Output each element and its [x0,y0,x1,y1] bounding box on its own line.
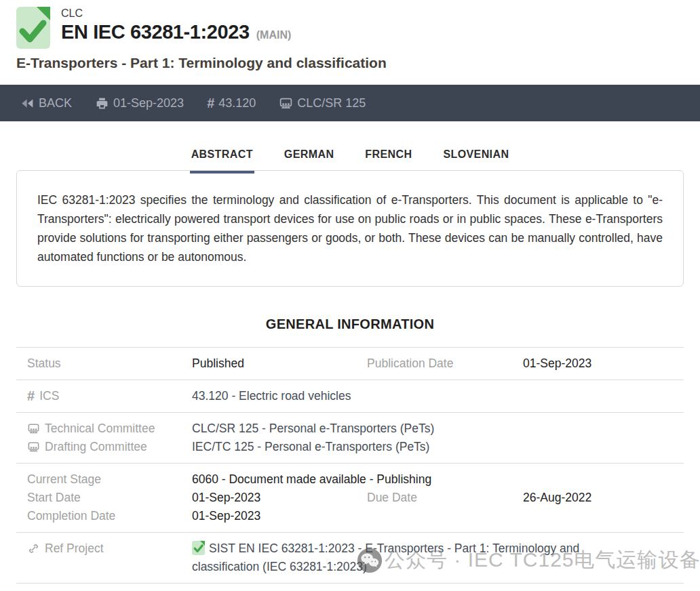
standard-variant-badge: (MAIN) [256,29,292,41]
ics-label: # ICS [16,387,192,405]
tab-abstract[interactable]: ABSTRACT [190,139,254,174]
drafting-committee-value-link[interactable]: IEC/TC 125 - Personal e-Transporters (Pe… [192,438,684,456]
hash-icon: # [207,96,214,111]
current-stage-label: Current Stage [16,470,192,489]
technical-committee-value-link[interactable]: CLC/SR 125 - Personal e-Transporters (Pe… [192,420,684,438]
start-date-label: Start Date [16,489,192,507]
toolbar-committee[interactable]: CLC/SR 125 [279,96,366,110]
current-stage-value: 6060 - Document made available - Publish… [192,470,684,489]
language-tabs: ABSTRACT GERMAN FRENCH SLOVENIAN [0,139,700,174]
tab-slovenian[interactable]: SLOVENIAN [442,139,510,174]
organization-label: CLC [61,7,291,20]
document-approved-icon [192,541,205,555]
back-button[interactable]: BACK [20,96,72,110]
toolbar-committee-label: CLC/SR 125 [297,96,366,110]
start-date-value: 01-Sep-2023 [192,489,356,507]
toolbar-ics-label: 43.120 [218,96,256,110]
completion-date-value: 01-Sep-2023 [192,507,356,525]
status-value: Published [192,354,356,373]
printer-icon [95,96,109,110]
page-header: CLC EN IEC 63281-1:2023 (MAIN) E-Transpo… [0,0,700,71]
committee-people-icon [27,441,40,453]
publication-date-label: Publication Date [356,354,523,373]
hash-icon: # [27,387,35,405]
table-row-ics: # ICS 43.120 - Electric road vehicles [16,380,684,412]
back-label: BACK [39,96,72,110]
drafting-committee-label: Drafting Committee [16,438,192,456]
completion-date-label: Completion Date [16,507,192,525]
toolbar-ics[interactable]: # 43.120 [207,96,256,111]
link-icon [27,542,40,555]
table-row-status: Status Published Publication Date 01-Sep… [16,347,684,380]
ref-project-label: Ref Project [16,539,192,558]
publication-date-value: 01-Sep-2023 [523,354,684,373]
status-label: Status [16,354,192,373]
ref-project-value-link[interactable]: SIST EN IEC 63281-1:2023 - E-Transporter… [192,539,616,576]
due-date-value: 26-Aug-2022 [523,489,684,507]
table-row-committees: Technical Committee CLC/SR 125 - Persona… [16,412,684,463]
table-row-ref-project: Ref Project SIST EN IEC 63281-1:2023 - E… [16,532,684,583]
toolbar: BACK 01-Sep-2023 # 43.120 CLC/SR 125 [0,85,700,121]
due-date-label: Due Date [356,489,523,507]
standard-title: E-Transporters - Part 1: Terminology and… [16,55,684,71]
abstract-text: IEC 63281-1:2023 specifies the terminolo… [37,190,663,266]
rewind-icon [20,96,35,110]
toolbar-publication-date[interactable]: 01-Sep-2023 [95,96,184,110]
tab-french[interactable]: FRENCH [364,139,413,174]
ics-value-link[interactable]: 43.120 - Electric road vehicles [192,387,684,405]
toolbar-date-label: 01-Sep-2023 [113,96,184,110]
committee-people-icon [279,96,293,110]
abstract-panel: IEC 63281-1:2023 specifies the terminolo… [16,170,684,287]
ref-project-text: SIST EN IEC 63281-1:2023 - E-Transporter… [192,542,579,573]
tab-german[interactable]: GERMAN [283,139,336,174]
checkmark-icon [17,18,48,46]
committee-people-icon [27,422,40,435]
technical-committee-label: Technical Committee [16,420,192,438]
checkmark-icon [193,544,204,554]
document-approved-icon [16,7,50,49]
table-row-stage: Current Stage 6060 - Document made avail… [16,463,684,532]
standard-code: EN IEC 63281-1:2023 [61,21,250,43]
general-information-table: Status Published Publication Date 01-Sep… [16,347,684,584]
general-information-title: GENERAL INFORMATION [0,317,700,332]
